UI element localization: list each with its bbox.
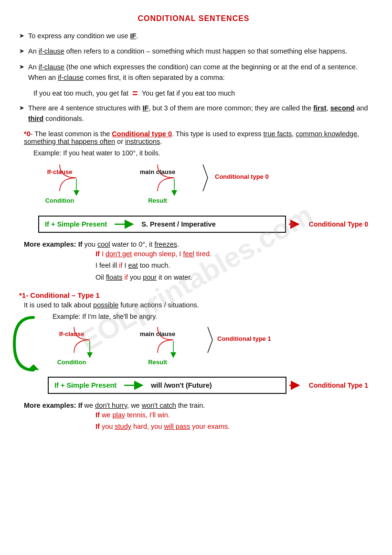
bullet-arrow-1: ➤ xyxy=(19,31,24,41)
more-examples1-line3: If you study hard, you will pass your ex… xyxy=(95,421,368,433)
type0-intro: *0- The least common is the Conditional … xyxy=(24,130,368,145)
more-examples1: More examples: If we don't hurry, we won… xyxy=(19,402,368,433)
bullet-3: ➤ An if-clause (the one which expresses … xyxy=(19,62,368,83)
formula1-arrow xyxy=(123,381,147,390)
page-title: CONDITIONAL SENTENCES xyxy=(19,14,368,23)
bullet-2-content: An if-clause often refers to a condition… xyxy=(28,46,368,56)
svg-text:Result: Result xyxy=(148,359,167,366)
svg-text:Conditional type 0: Conditional type 0 xyxy=(215,173,269,180)
equals-sign: = xyxy=(132,88,138,99)
formula0-row: If + Simple Present S. Present / Imperat… xyxy=(24,212,368,237)
equals-left: If you eat too much, you get fat xyxy=(33,89,128,97)
bullet-1: ➤ To express any condition we use IF. xyxy=(19,31,368,41)
formula0-if: If + Simple Present xyxy=(45,220,107,228)
more-examples0-line3: I feel ill if I eat too much. xyxy=(95,260,368,272)
formula1-if: If + Simple Present xyxy=(54,381,117,389)
more-examples0-label: More examples: If you cool water to 0°, … xyxy=(24,240,179,248)
formula1-row: If + Simple Present will /won't (Future) xyxy=(48,373,368,398)
type0-desc: - The least common is the Conditional ty… xyxy=(24,130,359,145)
svg-text:Condition: Condition xyxy=(45,197,74,204)
type0-example-text: Example: If you heat water to 100°, it b… xyxy=(33,149,368,157)
bullet-arrow-4: ➤ xyxy=(19,103,24,113)
more-examples1-line1: If we don't hurry, we won't catch the tr… xyxy=(78,402,205,409)
svg-text:main clause: main clause xyxy=(140,168,175,175)
type1-area: Example: If I'm late, she'll be angry. xyxy=(24,313,368,398)
more-examples0: More examples: If you cool water to 0°, … xyxy=(19,240,368,283)
formula0-result: S. Present / Imperative xyxy=(141,220,216,228)
formula0-type-label: Conditional Type 0 xyxy=(309,220,368,228)
bullet-1-content: To express any condition we use IF. xyxy=(28,31,368,41)
svg-text:Conditional type 1: Conditional type 1 xyxy=(217,335,271,342)
diagram1: If-clause main clause Conditional type 1… xyxy=(48,323,368,370)
formula1-type-label: Conditional Type 1 xyxy=(309,381,368,389)
diagram1-svg: If-clause main clause Conditional type 1… xyxy=(48,323,286,369)
type1-inner: Example: If I'm late, she'll be angry. xyxy=(48,313,368,398)
diagram0: If-clause main clause Conditional type 0… xyxy=(33,160,368,209)
svg-marker-9 xyxy=(28,364,39,370)
bullet-3-content: An if-clause (the one which expresses th… xyxy=(28,62,368,83)
svg-text:Condition: Condition xyxy=(57,359,86,366)
big-green-arrow xyxy=(10,313,43,375)
svg-text:If-clause: If-clause xyxy=(59,330,85,337)
equals-example: If you eat too much, you get fat = You g… xyxy=(33,88,368,99)
formula1-box: If + Simple Present will /won't (Future) xyxy=(48,377,286,394)
more-examples0-lines: If I don't get enough sleep, I feel tire… xyxy=(95,248,368,283)
more-examples1-line2: If we play tennis, I'll win. xyxy=(95,409,368,421)
svg-text:If-clause: If-clause xyxy=(47,168,73,175)
diagram0-svg: If-clause main clause Conditional type 0… xyxy=(33,160,272,207)
more-examples1-label: More examples: If we don't hurry, we won… xyxy=(24,402,205,409)
type1-desc: It is used to talk about possible future… xyxy=(24,301,368,309)
formula1-result: will /won't (Future) xyxy=(151,381,212,389)
formula0-arrow xyxy=(114,219,138,229)
more-examples0-line4: Oil floats if you pour it on water. xyxy=(95,272,368,283)
bullet-arrow-2: ➤ xyxy=(19,46,24,56)
more-examples0-line2: If I don't get enough sleep, I feel tire… xyxy=(95,248,368,260)
bullet-4: ➤ There are 4 sentence structures with I… xyxy=(19,103,368,124)
type1-example-text: Example: If I'm late, she'll be angry. xyxy=(53,313,368,320)
bullet-2: ➤ An if-clause often refers to a conditi… xyxy=(19,46,368,56)
more-examples1-lines: If we play tennis, I'll win. If you stud… xyxy=(95,409,368,433)
more-examples0-line1: If you cool water to 0°, it freezes. xyxy=(78,240,179,248)
bullet-arrow-3: ➤ xyxy=(19,62,24,72)
formula0-red-arrow xyxy=(288,219,302,229)
bullet-4-content: There are 4 sentence structures with IF,… xyxy=(28,103,368,124)
type1-heading: *1- Conditional – Type 1 xyxy=(19,291,368,299)
svg-text:Result: Result xyxy=(148,197,167,204)
svg-text:main clause: main clause xyxy=(140,330,175,337)
equals-right: You get fat if you eat too much xyxy=(142,89,235,97)
formula1-red-arrow xyxy=(288,381,302,390)
formula0-box: If + Simple Present S. Present / Imperat… xyxy=(38,216,286,233)
type0-star: *0 xyxy=(24,130,31,138)
